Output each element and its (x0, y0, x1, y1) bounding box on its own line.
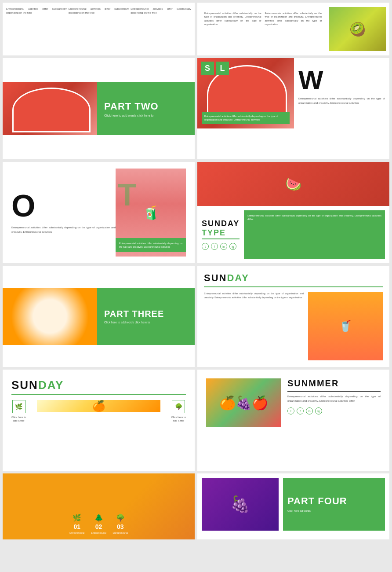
r4s2-content-row: Entrepreneurial activities differ substa… (204, 292, 383, 360)
r1s2-text2: Entrepreneurial activities differ substa… (265, 11, 322, 26)
r3s1-green-overlay: Entrepreneurial activities differ substa… (116, 238, 186, 253)
r1s2-text-area: Entrepreneurial activities differ substa… (204, 11, 322, 26)
twitter-icon-r5s2[interactable]: t (287, 407, 294, 414)
r3s1-left: O Entrepreneurial activities differ subs… (11, 191, 116, 234)
icon-col-2: 🌳 Click here toadd a title (171, 400, 186, 423)
r4s2-title-row: SUNDAY (204, 272, 383, 284)
l-letter-box: L (216, 62, 229, 75)
body-text-r1s1c1: Entrepreneurial activities differ substa… (6, 7, 67, 14)
fruits-visual: 🍊🍇🍎 (206, 378, 281, 427)
sl-overlay-r2s2: S L (201, 62, 229, 75)
part-four-title: PART FOUR (287, 495, 381, 507)
text-col-2: Entrepreneurial activities differ substa… (69, 7, 129, 15)
big-w-letter: W (298, 67, 385, 93)
slide-r5-s2: 🍊🍇🍎 SUNMMER Entrepreneurial activities d… (197, 370, 389, 471)
summer-underline (287, 391, 381, 392)
s-letter-box: S (201, 62, 214, 75)
slide-r6-s1: 🌿 01 Entrepreneurial 🌲 02 Entrepreneuria… (3, 473, 195, 539)
part-two-sub: Click here to add words click here to (104, 114, 188, 117)
social-icons-r3s2: t f in ig (202, 243, 240, 250)
r4s2-sun: SUNDAY (204, 272, 249, 284)
twitter-icon[interactable]: t (202, 243, 209, 250)
text-col-3: Entrepreneurial activities differ substa… (131, 7, 191, 15)
facebook-icon[interactable]: f (211, 243, 218, 250)
r5s1-sunday-heading: SUNDAY (11, 378, 186, 392)
orange-visual (3, 288, 97, 345)
r3s2-bottom: SUNDAY TYPE t f in ig Entrepreneurial ac… (197, 206, 389, 263)
r5s2-right: SUNMMER Entrepreneurial activities diffe… (287, 378, 381, 414)
watermelon-image-r2s2: S L Entrepreneurial activities differ su… (197, 58, 294, 128)
r4s2-green-line (204, 286, 383, 287)
linkedin-icon[interactable]: in (220, 243, 227, 250)
icon-sym-1: 🌿 (73, 513, 81, 522)
num-1: 01 (74, 523, 81, 530)
r5s1-sun-text: SUN (11, 378, 38, 392)
r5s1-day-text: DAY (38, 378, 64, 392)
grapes-image: 🍇 (202, 478, 279, 531)
linkedin-icon-r5s2[interactable]: in (306, 407, 313, 414)
r2s2-body-text: Entrepreneurial activities differ substa… (298, 97, 385, 105)
num-3: 03 (117, 523, 124, 530)
slide-r1-s1: Entrepreneurial activities differ substa… (3, 3, 195, 55)
fruit-bowl-image: 🍉 (197, 162, 389, 206)
part-three-title: PART THREE (104, 309, 188, 319)
kiwi-visual (329, 7, 386, 51)
r4s2-body-text: Entrepreneurial activities differ substa… (204, 292, 304, 360)
slide-r5-s1: SUNDAY 🌿 Click here toadd a title 🍊 🌳 Cl… (3, 370, 195, 471)
r5s2-body-text: Entrepreneurial activities differ substa… (287, 395, 381, 403)
text-col-1: Entrepreneurial activities differ substa… (6, 7, 67, 15)
part-two-box: PART TWO Click here to add words click h… (97, 82, 195, 135)
instagram-icon[interactable]: ig (229, 243, 236, 250)
orange-image-r4s1 (3, 288, 97, 345)
r2s2-right: W Entrepreneurial activities differ subs… (294, 58, 389, 114)
icon-label-1: Click here toadd a title (11, 415, 26, 423)
big-o-letter: O (11, 191, 35, 221)
watermelon-image-r2s1 (3, 82, 97, 135)
kiwi-image (329, 7, 386, 51)
part-four-sub: Click here ad words (287, 509, 381, 513)
body-text-r1s1c2: Entrepreneurial activities differ substa… (69, 7, 129, 14)
instagram-icon-r5s2[interactable]: ig (315, 407, 322, 414)
r5s1-green-line (11, 394, 186, 395)
slide-r6-s2: 🍇 PART FOUR Click here ad words (197, 473, 389, 539)
type-title: TYPE (202, 228, 240, 238)
r4s2-day-text: DAY (227, 272, 249, 283)
icon-sym-3: 🌳 (116, 513, 125, 522)
summer-title: SUNMMER (287, 378, 381, 389)
r1s2-left: Entrepreneurial activities differ substa… (201, 7, 325, 30)
slide-r1-s2: Entrepreneurial activities differ substa… (197, 3, 389, 55)
drink-image: 🥤 (308, 292, 383, 360)
icon-col-1: 🌿 Click here toadd a title (11, 400, 26, 423)
sub-text-3: Entrepreneurial (113, 532, 128, 534)
big-t-letter: T (118, 177, 137, 213)
part-two-title: PART TWO (104, 101, 188, 112)
sub-text-2: Entrepreneurial (91, 532, 106, 534)
green-desc-overlay: Entrepreneurial activities differ substa… (202, 112, 290, 125)
part-three-sub: Click here to add words click here to (104, 321, 188, 324)
slide-r2-s1: PART TWO Click here to add words click h… (3, 58, 195, 159)
facebook-icon-r5s2[interactable]: f (297, 407, 304, 414)
slide-r4-s1: PART THREE Click here to add words click… (3, 266, 195, 367)
fruit-bowl-visual: 🍉 (197, 162, 389, 206)
r6s1-item-3: 🌳 03 Entrepreneurial (113, 513, 128, 534)
part-four-box: PART FOUR Click here ad words (283, 478, 385, 531)
slide-r3-s1: O Entrepreneurial activities differ subs… (3, 162, 195, 263)
wm-slice-visual (3, 82, 97, 135)
green-underline (202, 238, 240, 239)
r3s1-green-text: Entrepreneurial activities differ substa… (119, 242, 182, 248)
slide-r4-s2: SUNDAY Entrepreneurial activities differ… (197, 266, 389, 367)
r5s1-icons-row: 🌿 Click here toadd a title 🍊 🌳 Click her… (11, 400, 186, 462)
mixed-fruits-image: 🍊🍇🍎 (206, 378, 281, 427)
oranges-board-image: 🍊 (37, 400, 160, 412)
slide-r2-s2: S L Entrepreneurial activities differ su… (197, 58, 389, 159)
sunday-type-block: SUNDAY TYPE t f in ig (202, 210, 240, 259)
r1s2-text1: Entrepreneurial activities differ substa… (204, 11, 261, 26)
r3s1-body-text: Entrepreneurial activities differ substa… (11, 226, 116, 234)
drink-visual: 🥤 (308, 292, 383, 360)
grapes-visual: 🍇 (202, 478, 279, 531)
num-2: 02 (95, 523, 102, 530)
icon-label-2: Click here toadd a title (171, 415, 186, 423)
sunday-title: SUNDAY (202, 219, 240, 228)
body-text-r1s1c3: Entrepreneurial activities differ substa… (131, 7, 191, 14)
r3s1-right: 🧃 T Entrepreneurial activities differ su… (116, 169, 186, 257)
